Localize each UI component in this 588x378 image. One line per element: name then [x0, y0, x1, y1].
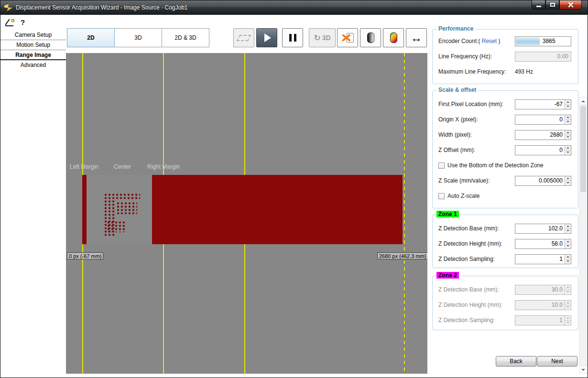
range-speckle	[107, 221, 126, 232]
z-offset-input[interactable]: 0	[515, 145, 571, 155]
close-button[interactable]	[559, 0, 582, 10]
bottom-detection-zone-checkbox[interactable]	[438, 162, 445, 169]
spinner-arrows[interactable]	[565, 239, 571, 248]
field-value: 1	[516, 255, 563, 264]
encoder-count-field: 3865	[515, 36, 571, 46]
line-frequency-value: 0.00	[516, 52, 568, 61]
bottom-detection-zone-label: Use the Bottom of the Detection Zone	[447, 162, 544, 169]
sidebar-item-range-image[interactable]: Range Image	[0, 50, 66, 60]
color-palette-button[interactable]	[383, 28, 404, 47]
close-icon	[568, 2, 574, 8]
sidebar: ? Camera Setup Motion Setup Range Image …	[0, 15, 66, 378]
bottom-detection-zone-row: Use the Bottom of the Detection Zone	[433, 158, 578, 173]
zone1-base-input[interactable]: 102.0	[515, 224, 571, 234]
minimize-button[interactable]	[532, 0, 545, 10]
line-frequency-row: Line Frequency (Hz): 0.00	[433, 49, 578, 64]
horizontal-double-arrow-icon: ↔	[411, 32, 423, 44]
range-speckle	[116, 202, 137, 214]
zone1-height-input[interactable]: 58.0	[515, 239, 571, 249]
panel-scrollbar[interactable]	[579, 97, 587, 374]
window-title: Displacement Sensor Acquisition Wizard -…	[16, 4, 188, 11]
tab-3d[interactable]: 3D	[114, 28, 162, 47]
width-pixel-row: Width (pixel): 2680	[433, 127, 578, 142]
pause-button[interactable]	[282, 28, 303, 47]
spinner-arrows	[565, 316, 571, 325]
scroll-down-button[interactable]	[580, 366, 587, 373]
measure-tool-icon[interactable]	[5, 19, 15, 27]
zone1-height-label: Z Detection Height (mm):	[438, 240, 502, 247]
performance-group: Performance Encoder Count:( Reset ) 3865…	[432, 29, 578, 84]
field-value: 1	[516, 316, 563, 325]
end-pixel-chip: 2680 px (462.3 mm)	[377, 252, 427, 259]
origin-x-input[interactable]: 0	[515, 115, 571, 125]
grayscale-palette-button[interactable]	[360, 28, 381, 47]
pause-icon	[289, 34, 296, 42]
scroll-up-button[interactable]	[580, 97, 587, 105]
spinner-arrows[interactable]	[565, 115, 571, 124]
z-scale-input[interactable]: 0.005000	[515, 176, 571, 186]
titlebar[interactable]: Displacement Sensor Acquisition Wizard -…	[0, 0, 588, 15]
field-value: 58.0	[516, 239, 563, 248]
refresh-3d-label: 3D	[322, 34, 331, 42]
zone2-height-input: 10.0	[515, 300, 571, 310]
back-button[interactable]: Back	[496, 356, 536, 367]
spinner-arrows[interactable]	[565, 130, 571, 140]
zone2-base-input: 30.0	[515, 285, 571, 295]
settings-panel: Performance Encoder Count:( Reset ) 3865…	[427, 15, 588, 378]
sidebar-item-advanced[interactable]: Advanced	[0, 60, 66, 70]
fit-width-button[interactable]: ↔	[406, 28, 427, 47]
sidebar-item-motion-setup[interactable]: Motion Setup	[0, 40, 66, 50]
play-button[interactable]	[256, 28, 277, 47]
sidebar-nav: Camera Setup Motion Setup Range Image Ad…	[0, 30, 66, 70]
first-pixel-location-input[interactable]: -67	[515, 99, 571, 109]
spinner-arrows[interactable]	[565, 224, 571, 233]
line-frequency-field: 0.00	[515, 52, 571, 62]
play-icon	[264, 33, 271, 42]
scrollbar-thumb[interactable]	[580, 106, 586, 192]
zone2-sampling-input: 1	[515, 315, 571, 325]
zone1-sampling-row: Z Detection Sampling: 1	[433, 251, 578, 267]
encoder-progress-fill	[516, 37, 540, 45]
sidebar-item-camera-setup[interactable]: Camera Setup	[0, 30, 66, 40]
field-value: 102.0	[516, 224, 563, 233]
refresh-3d-button[interactable]: ↻ 3D	[309, 28, 336, 47]
spinner-arrows[interactable]	[565, 146, 571, 155]
width-pixel-input[interactable]: 2680	[515, 130, 571, 140]
app-icon	[4, 4, 12, 11]
orange-x-document-icon	[341, 32, 354, 43]
origin-x-label: Origin X (pixel):	[438, 116, 478, 123]
zone2-height-label: Z Detection Height (mm):	[438, 302, 502, 308]
zone1-base-row: Z Detection Base (mm): 102.0	[433, 221, 578, 236]
auto-z-scale-checkbox[interactable]	[438, 193, 445, 199]
maximize-button[interactable]	[545, 0, 559, 10]
clear-image-button[interactable]	[337, 28, 358, 47]
tab-2d-and-3d[interactable]: 2D & 3D	[162, 28, 209, 47]
z-offset-label: Z Offset (mm):	[438, 147, 475, 153]
next-button[interactable]: Next	[537, 356, 577, 367]
acquisition-toolbar: ↻ 3D ↔	[233, 28, 427, 47]
range-image-viewer[interactable]: Left Margin Center Right Margin 0 px (-6…	[66, 53, 427, 374]
zone1-sampling-input[interactable]: 1	[515, 254, 571, 264]
grayscale-gradient-icon	[367, 32, 374, 43]
right-margin-line[interactable]	[404, 53, 405, 374]
encoder-count-value: 3865	[540, 37, 555, 46]
origin-x-row: Origin X (pixel): 0	[433, 112, 578, 127]
zone1-group: Zone 1 Z Detection Base (mm): 102.0 Z De…	[432, 215, 578, 268]
region-select-button[interactable]	[233, 28, 254, 47]
spinner-arrows[interactable]	[565, 176, 571, 185]
encoder-label-post: )	[497, 38, 500, 44]
reset-link[interactable]: Reset	[482, 38, 497, 44]
help-icon[interactable]: ?	[21, 18, 25, 27]
spinner-arrows[interactable]	[565, 255, 571, 264]
maximize-icon	[550, 3, 555, 7]
zone2-group: Zone 2 Z Detection Base (mm): 30.0 Z Det…	[432, 276, 578, 330]
document-icon	[347, 33, 354, 43]
tab-2d[interactable]: 2D	[67, 28, 115, 47]
start-pixel-chip: 0 px (-67 mm)	[67, 252, 103, 259]
refresh-icon: ↻	[314, 33, 320, 43]
range-data-band	[82, 175, 403, 244]
spinner-arrows[interactable]	[565, 100, 571, 109]
field-value: 0	[516, 115, 563, 124]
color-gradient-icon	[390, 32, 397, 43]
zone1-base-label: Z Detection Base (mm):	[438, 225, 499, 232]
